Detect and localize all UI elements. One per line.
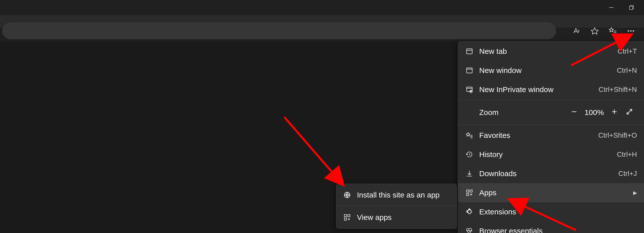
- menu-item-browser-essentials[interactable]: Browser essentials: [458, 221, 644, 233]
- zoom-label: Zoom: [479, 108, 499, 117]
- svg-rect-30: [467, 193, 469, 196]
- heart-pulse-icon: [465, 227, 474, 233]
- window-controls: [606, 0, 644, 15]
- svg-rect-38: [344, 218, 347, 220]
- menu-label: New InPrivate window: [479, 85, 593, 94]
- menu-shortcut: Ctrl+H: [617, 150, 637, 159]
- menu-label: Browser essentials: [479, 227, 637, 233]
- view-apps-icon: [343, 213, 351, 222]
- svg-rect-36: [344, 215, 347, 217]
- submenu-item-install-app[interactable]: Install this site as an app: [336, 184, 457, 206]
- menu-item-favorites[interactable]: Favorites Ctrl+Shift+O: [458, 126, 644, 145]
- menu-label: Extensions: [479, 208, 637, 216]
- fullscreen-button[interactable]: [622, 108, 637, 117]
- submenu-label: Install this site as an app: [357, 191, 450, 199]
- menu-item-zoom: Zoom 100%: [458, 101, 644, 124]
- zoom-value: 100%: [582, 108, 607, 117]
- settings-more-icon[interactable]: [625, 25, 636, 36]
- menu-item-apps[interactable]: Apps ▶: [458, 183, 644, 202]
- settings-menu: New tab Ctrl+T New window Ctrl+N New InP…: [458, 42, 644, 233]
- menu-label: Apps: [479, 188, 628, 197]
- menu-item-new-tab[interactable]: New tab Ctrl+T: [458, 42, 644, 61]
- menu-item-inprivate[interactable]: New InPrivate window Ctrl+Shift+N: [458, 80, 644, 99]
- menu-shortcut: Ctrl+T: [618, 47, 637, 55]
- menu-item-downloads[interactable]: Downloads Ctrl+J: [458, 164, 644, 183]
- svg-rect-14: [467, 68, 472, 73]
- svg-rect-37: [348, 215, 350, 217]
- toolbar-right: [571, 23, 641, 39]
- apps-submenu: Install this site as an app View apps: [336, 184, 457, 229]
- favorite-star-icon[interactable]: [589, 25, 600, 36]
- svg-marker-22: [466, 133, 470, 136]
- inprivate-icon: [465, 85, 474, 94]
- svg-point-11: [633, 30, 634, 32]
- submenu-label: View apps: [357, 213, 450, 222]
- menu-item-history[interactable]: History Ctrl+H: [458, 145, 644, 164]
- apps-icon: [465, 188, 474, 197]
- svg-point-9: [628, 30, 629, 32]
- svg-rect-2: [629, 6, 633, 10]
- downloads-icon: [465, 169, 474, 178]
- maximize-button[interactable]: [626, 3, 636, 13]
- read-aloud-icon[interactable]: [571, 25, 582, 36]
- svg-marker-5: [609, 28, 614, 32]
- svg-point-35: [344, 192, 350, 198]
- menu-label: New tab: [479, 47, 612, 56]
- minimize-button[interactable]: [606, 3, 616, 13]
- address-bar[interactable]: [3, 23, 556, 39]
- zoom-in-button[interactable]: [607, 108, 622, 117]
- svg-rect-12: [467, 49, 472, 54]
- chevron-right-icon: ▶: [633, 190, 637, 196]
- svg-rect-29: [470, 190, 472, 192]
- menu-item-new-window[interactable]: New window Ctrl+N: [458, 61, 644, 80]
- new-window-icon: [465, 66, 474, 75]
- menu-shortcut: Ctrl+N: [617, 66, 637, 74]
- site-app-icon: [343, 191, 351, 199]
- menu-shortcut: Ctrl+Shift+O: [598, 131, 637, 139]
- svg-rect-28: [467, 190, 469, 192]
- svg-point-10: [630, 30, 632, 32]
- extensions-icon: [465, 208, 474, 216]
- menu-separator: [458, 125, 644, 125]
- menu-label: Downloads: [479, 169, 613, 178]
- favorites-icon: [465, 131, 474, 140]
- zoom-out-button[interactable]: [567, 108, 582, 117]
- favorites-list-icon[interactable]: [607, 25, 618, 36]
- menu-separator: [458, 100, 644, 100]
- menu-label: New window: [479, 66, 611, 75]
- svg-marker-4: [591, 28, 598, 34]
- menu-label: Favorites: [479, 131, 593, 140]
- submenu-item-view-apps[interactable]: View apps: [336, 206, 457, 228]
- menu-label: History: [479, 150, 611, 159]
- new-tab-icon: [465, 47, 474, 56]
- menu-item-extensions[interactable]: Extensions: [458, 202, 644, 221]
- menu-shortcut: Ctrl+J: [618, 170, 637, 178]
- history-icon: [465, 150, 474, 159]
- menu-shortcut: Ctrl+Shift+N: [599, 86, 637, 94]
